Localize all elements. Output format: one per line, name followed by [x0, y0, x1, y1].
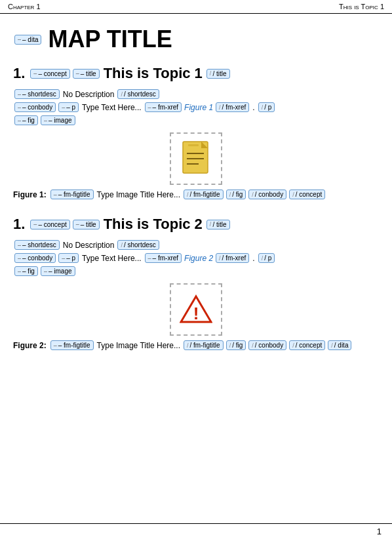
topic1-image-tag: – – image [41, 115, 75, 125]
topic2-image-tag: – – image [41, 266, 75, 276]
topic1-figtitle-open-tag: – – fm-figtitle [50, 190, 94, 199]
topic1-concept-tag: – – concept [30, 69, 69, 79]
topic1-p-close-tag: / / p [258, 102, 275, 112]
topic2-fig-tag: – – fig [14, 266, 38, 276]
topic2-fmxref-link: Figure 2 [184, 254, 213, 263]
topic2-number: 1. [13, 216, 25, 233]
topic1-figure-caption: Figure 1: – – fm-figtitle Type Image Tit… [13, 189, 379, 200]
topic1-figure-container [13, 132, 379, 185]
topic1-title-close-tag: / / title [206, 69, 230, 79]
svg-rect-5 [188, 144, 199, 146]
topic2-body-row: – – conbody – – p Type Text Here... – – … [13, 252, 379, 264]
topic2-fmxref-open-tag: – – fm-xref [145, 253, 182, 263]
topic2-title-text: This is Topic 2 [104, 216, 203, 233]
topic1-body-text: Type Text Here... [82, 103, 142, 112]
topic2-concept-close-tag: / / concept [289, 340, 325, 350]
topic2-concept-tag: – – concept [30, 220, 69, 230]
dita-open-tag: – – dita [14, 35, 41, 45]
topic2-figtitle-text: Type Image Title Here... [97, 341, 180, 350]
topic2-fig-row: – – fig – – image [13, 266, 379, 277]
topic1-number: 1. [13, 65, 25, 82]
topic2-figtitle-open-tag: – – fm-figtitle [50, 340, 94, 350]
topic2-conbody-close-tag: / / conbody [248, 340, 286, 350]
topic2-title-close-tag: / / title [206, 220, 230, 230]
topic1-heading: 1. – – concept – – title This is Topic 1… [13, 65, 379, 82]
topic2-conbody-tag: – – conbody [14, 253, 56, 263]
topic1-fmxref-open-tag: – – fm-xref [145, 102, 182, 112]
topic1-fig-close-tag: / / fig [226, 190, 246, 199]
topic1-title-open-tag: – – title [73, 69, 100, 79]
topic1-shortdesc-text: No Description [63, 90, 115, 99]
topic1-fig-row: – – fig – – image [13, 115, 379, 126]
topic1-title-text: This is Topic 1 [104, 65, 203, 82]
topic1-fmxref-link: Figure 1 [184, 103, 213, 112]
document-icon [179, 139, 213, 178]
topic2-figure-container: ! [13, 283, 379, 336]
topic1-figure-label: Figure 1: [13, 190, 47, 199]
svg-text:!: ! [193, 304, 199, 323]
topic2-figure-image-box: ! [170, 283, 222, 336]
topic2-heading: 1. – – concept – – title This is Topic 2… [13, 216, 379, 233]
topic2-body-text: Type Text Here... [82, 254, 142, 263]
topic2-p-tag: – – p [58, 253, 79, 263]
topic1-shortdesc-open-tag: – – shortdesc [14, 89, 60, 99]
topic2-shortdesc-open-tag: – – shortdesc [14, 240, 60, 250]
topic1-figure-image-box [170, 132, 222, 185]
topic2-fig-close-tag: / / fig [226, 340, 246, 350]
topic1-figtitle-text: Type Image Title Here... [97, 190, 180, 199]
topic1-fig-tag: – – fig [14, 115, 38, 125]
topic1-concept-close-tag: / / concept [289, 190, 325, 199]
topic1-body-row: – – conbody – – p Type Text Here... – – … [13, 102, 379, 113]
header-chapter: Chapter 1 [8, 3, 41, 10]
map-title-text: MAP TITLE [48, 26, 172, 53]
page-content: – – dita MAP TITLE 1. – – concept – – ti… [0, 14, 392, 377]
topic2-shortdesc-text: No Description [63, 241, 115, 250]
map-title-area: – – dita MAP TITLE [13, 26, 379, 53]
topic1-dot: . [252, 103, 254, 112]
topic1-conbody-tag: – – conbody [14, 102, 56, 112]
topic2-dita-close-tag: / / dita [328, 340, 351, 350]
topic2-dot: . [252, 254, 254, 263]
topic2-figure-label: Figure 2: [13, 341, 47, 350]
topic2-figtitle-close-tag: / / fm-figtitle [184, 340, 224, 350]
topic2-figure-caption: Figure 2: – – fm-figtitle Type Image Tit… [13, 340, 379, 351]
header-topic: This is Topic 1 [339, 3, 384, 10]
topic2-title-open-tag: – – title [73, 220, 100, 230]
page-number: 1 [377, 527, 382, 536]
topic2-fmxref-close-tag: / / fm-xref [216, 253, 249, 263]
topic2-shortdesc-close-tag: / / shortdesc [117, 240, 159, 250]
topic2-shortdesc-row: – – shortdesc No Description / / shortde… [13, 239, 379, 250]
topic2-p-close-tag: / / p [258, 253, 275, 263]
warning-icon: ! [180, 293, 212, 326]
topic1-shortdesc-close-tag: / / shortdesc [117, 89, 159, 99]
page-header: Chapter 1 This is Topic 1 [0, 0, 392, 14]
topic1-figtitle-close-tag: / / fm-figtitle [184, 190, 224, 199]
topic1-conbody-close-tag: / / conbody [248, 190, 286, 199]
page-footer: 1 [0, 523, 392, 539]
topic1-p-tag: – – p [58, 102, 79, 112]
topic1-shortdesc-row: – – shortdesc No Description / / shortde… [13, 89, 379, 100]
topic1-fmxref-close-tag: / / fm-xref [216, 102, 249, 112]
